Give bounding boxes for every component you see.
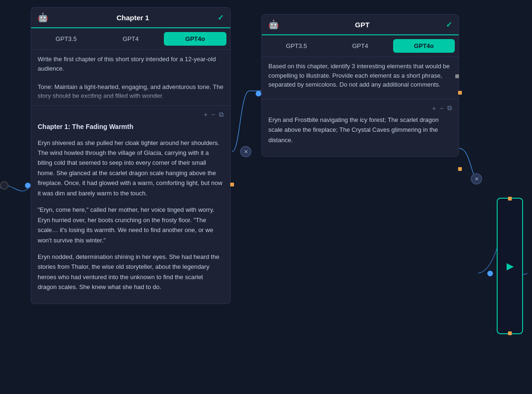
right-output-blue-dot[interactable] — [487, 271, 493, 276]
minus-icon-left[interactable]: − — [211, 111, 215, 118]
right-node-left-connector[interactable] — [256, 91, 261, 96]
right-node-title: GPT — [355, 21, 370, 29]
robot-icon-left: 🤖 — [38, 12, 48, 23]
tab-gpt4-right[interactable]: GPT4 — [329, 39, 391, 53]
plus-icon-right[interactable]: + — [432, 105, 436, 112]
check-icon-right: ✓ — [446, 20, 452, 29]
right-model-tabs: GPT3.5 GPT4 GPT4o — [262, 35, 459, 57]
tab-gpt35-left[interactable]: GPT3.5 — [35, 32, 97, 46]
left-node-card: 🤖 Chapter 1 ✓ GPT3.5 GPT4 GPT4o Write th… — [31, 7, 231, 304]
left-model-tabs: GPT3.5 GPT4 GPT4o — [31, 28, 230, 50]
output-para-1: Eryn shivered as she pulled her cloak ti… — [38, 138, 224, 199]
vertical-top-sq — [508, 197, 512, 201]
tab-gpt4o-left[interactable]: GPT4o — [164, 32, 226, 46]
output-para-3: Eryn nodded, determination shining in he… — [38, 252, 224, 292]
minus-icon-right[interactable]: − — [440, 105, 443, 112]
copy-icon-left[interactable]: ⧉ — [219, 111, 224, 119]
vertical-bottom-sq — [508, 331, 512, 335]
right-node-header: 🤖 GPT ✓ — [262, 15, 459, 35]
output-para-2: "Eryn, come here," called her mother, he… — [38, 205, 224, 245]
chapter-title: Chapter 1: The Fading Warmth — [38, 121, 224, 132]
left-output-area: + − ⧉ Chapter 1: The Fading Warmth Eryn … — [31, 106, 230, 304]
right-output-para: Eryn and Frostbite navigating the icy fo… — [268, 115, 452, 145]
check-icon-left: ✓ — [218, 13, 224, 22]
right-node-output-sq — [458, 167, 462, 171]
left-node-header: 🤖 Chapter 1 ✓ — [31, 8, 230, 28]
left-node-title: Chapter 1 — [116, 14, 149, 22]
right-output-text: Eryn and Frostbite navigating the icy fo… — [268, 115, 452, 145]
right-prompt-area: Based on this chapter, identify 3 intere… — [262, 57, 459, 99]
copy-icon-right[interactable]: ⧉ — [447, 104, 452, 112]
left-node-right-sq — [230, 183, 234, 186]
plus-icon-left[interactable]: + — [204, 111, 208, 118]
left-output-toolbar: + − ⧉ — [38, 111, 224, 119]
left-prompt-area: Write the first chapter of this short st… — [31, 50, 230, 106]
circle-x-right[interactable]: ✕ — [471, 173, 482, 185]
left-output-text: Chapter 1: The Fading Warmth Eryn shiver… — [38, 121, 224, 292]
tab-gpt4o-right[interactable]: GPT4o — [393, 39, 455, 53]
tab-gpt4-left[interactable]: GPT4 — [99, 32, 162, 46]
vertical-node-card: ▶ — [497, 198, 523, 334]
robot-icon-right: 🤖 — [268, 19, 279, 30]
right-output-area: + − ⧉ Eryn and Frostbite navigating the … — [262, 99, 459, 156]
left-edge-connector[interactable] — [0, 181, 8, 190]
right-prompt-text: Based on this chapter, identify 3 intere… — [268, 62, 452, 89]
right-output-toolbar: + − ⧉ — [268, 104, 452, 112]
left-node-left-connector[interactable] — [25, 183, 31, 188]
tab-gpt35-right[interactable]: GPT3.5 — [266, 39, 327, 53]
circle-x-left[interactable]: ✕ — [240, 146, 251, 157]
right-node-card: 🤖 GPT ✓ GPT3.5 GPT4 GPT4o Based on this … — [261, 14, 459, 157]
right-node-right-sq — [458, 91, 462, 95]
play-icon[interactable]: ▶ — [507, 260, 514, 272]
